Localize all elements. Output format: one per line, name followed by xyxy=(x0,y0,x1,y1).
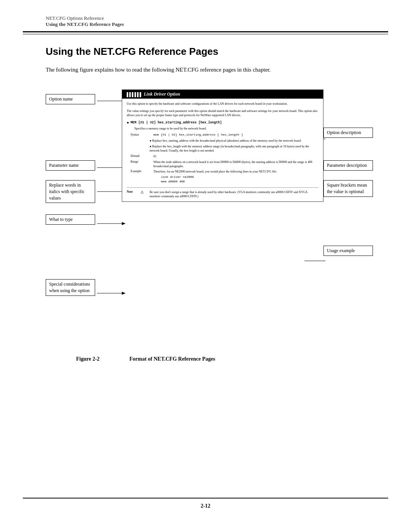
label-option-description: Option description xyxy=(323,128,373,138)
label-usage-example: Usage example xyxy=(323,246,373,256)
figure-caption: Figure 2-2 Format of NET.CFG Reference P… xyxy=(46,356,365,362)
ref-replace-block: ● Replace hex_starting_address with the … xyxy=(150,139,319,153)
reference-page-box: ▐▐▐▐▐▐ Link Driver Option Use this optio… xyxy=(122,89,323,202)
page-title: Using the NET.CFG Reference Pages xyxy=(46,46,365,58)
label-what-to-type: What to type xyxy=(46,214,95,225)
default-row: Default #1 xyxy=(131,154,319,158)
header: NET.CFG Options Reference Using the NET.… xyxy=(0,0,411,27)
header-bars: ▐▐▐▐▐▐ xyxy=(125,92,141,97)
label-parameter-description: Parameter description xyxy=(323,160,373,171)
default-value: #1 xyxy=(153,154,319,158)
label-special-considerations: Special considerations when using the op… xyxy=(46,279,95,296)
ref-note-section: Note ⚠ Be sure you don't assign a range … xyxy=(127,187,319,198)
main-content: Using the NET.CFG Reference Pages The fo… xyxy=(0,34,411,362)
note-text: Be sure you don't assign a range that is… xyxy=(150,190,319,198)
replace-item-2: ● Replace the hex_length with the memory… xyxy=(150,144,319,153)
replace-item-1: ● Replace hex_starting_address with the … xyxy=(150,139,319,143)
ref-intro-2: The value settings you specify for each … xyxy=(127,109,319,117)
svg-marker-9 xyxy=(122,292,126,295)
range-label: Range xyxy=(131,160,150,168)
replace-bullet-2: ● xyxy=(150,145,151,148)
header-rule-thick xyxy=(23,31,388,32)
figure-title: Format of NET.CFG Reference Pages xyxy=(129,356,215,362)
page-number: 2-12 xyxy=(201,503,210,509)
footer-rule xyxy=(23,498,388,498)
figure-number: Figure 2-2 xyxy=(76,356,107,362)
ref-box-body: Use this option to specify the hardware … xyxy=(122,99,323,201)
ref-param-desc: Specifies a memory range to be used by t… xyxy=(134,126,319,131)
ref-param-line: ● MEM [#1 | #2] hex_starting_address [he… xyxy=(127,121,319,125)
code-line-1: link driver ne2000 xyxy=(161,175,319,179)
breadcrumb: NET.CFG Options Reference Using the NET.… xyxy=(46,15,365,27)
ref-box-title: Link Driver Option xyxy=(144,91,180,97)
example-label: Example xyxy=(131,169,150,185)
ref-syntax-row: Syntax mem [#1 | #2] hex_starting_addres… xyxy=(131,133,319,136)
diagram-wrapper: Option name Parameter name Replace words… xyxy=(46,86,373,345)
range-row: Range When the node address on a network… xyxy=(131,160,319,168)
note-icon: ⚠ xyxy=(140,190,147,194)
footer: 2-12 xyxy=(0,498,411,509)
example-value: Therefore, for an NE2000 network board, … xyxy=(153,169,319,185)
svg-marker-7 xyxy=(122,222,126,225)
code-line-2: mem d0000 400 xyxy=(161,179,319,184)
label-parameter-name: Parameter name xyxy=(46,160,95,171)
page: NET.CFG Options Reference Using the NET.… xyxy=(0,0,411,532)
example-row: Example Therefore, for an NE2000 network… xyxy=(131,169,319,185)
ref-default-range-example: Default #1 Range When the node address o… xyxy=(131,154,319,185)
intro-paragraph: The following figure explains how to rea… xyxy=(46,65,342,74)
syntax-value: mem [#1 | #2] hex_starting_address [ hex… xyxy=(153,133,243,136)
ref-box-header: ▐▐▐▐▐▐ Link Driver Option xyxy=(122,90,323,99)
range-value: When the node address on a network board… xyxy=(153,160,319,168)
code-block: link driver ne2000 mem d0000 400 xyxy=(161,175,319,184)
note-label: Note xyxy=(127,190,137,193)
replace-bullet-1: ● xyxy=(150,139,151,142)
ref-intro-1: Use this option to specify the hardware … xyxy=(127,102,319,106)
param-bullet: ● xyxy=(127,121,129,125)
label-replace-words: Replace words in italics with specific v… xyxy=(46,180,95,203)
label-square-brackets: Square brackets mean the value is option… xyxy=(323,180,373,197)
syntax-label: Syntax xyxy=(131,133,150,136)
label-option-name: Option name xyxy=(46,94,95,104)
default-label: Default xyxy=(131,154,150,158)
